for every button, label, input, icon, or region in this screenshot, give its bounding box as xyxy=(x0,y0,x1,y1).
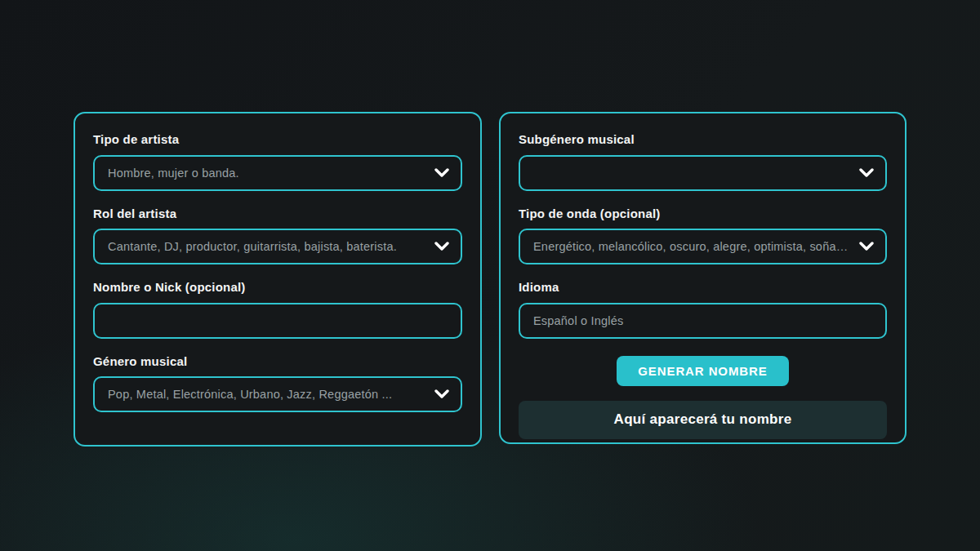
field-tipo-de-artista: Tipo de artista Hombre, mujer o banda. xyxy=(93,133,462,191)
nombre-nick-label: Nombre o Nick (opcional) xyxy=(93,281,462,295)
rol-del-artista-label: Rol del artista xyxy=(93,207,462,221)
subgenero-musical-select[interactable] xyxy=(519,155,887,191)
tipo-de-onda-select[interactable]: Energético, melancólico, oscuro, alegre,… xyxy=(519,229,887,264)
tipo-de-artista-label: Tipo de artista xyxy=(93,133,462,147)
idioma-label: Idioma xyxy=(519,281,887,295)
genero-musical-placeholder: Pop, Metal, Electrónica, Urbano, Jazz, R… xyxy=(108,388,392,401)
chevron-down-icon xyxy=(859,168,874,178)
idioma-input-wrap xyxy=(519,303,887,339)
generate-name-button[interactable]: GENERAR NOMBRE xyxy=(617,356,788,386)
tipo-de-onda-placeholder: Energético, melancólico, oscuro, alegre,… xyxy=(533,240,849,253)
chevron-down-icon xyxy=(434,168,449,178)
genero-musical-label: Género musical xyxy=(93,355,462,369)
idioma-input[interactable] xyxy=(533,314,872,327)
tipo-de-onda-label: Tipo de onda (opcional) xyxy=(519,207,887,221)
tipo-de-artista-placeholder: Hombre, mujer o banda. xyxy=(108,167,239,180)
subgenero-musical-label: Subgénero musical xyxy=(519,133,887,147)
rol-del-artista-placeholder: Cantante, DJ, productor, guitarrista, ba… xyxy=(108,240,397,253)
result-placeholder-text: Aquí aparecerá tu nombre xyxy=(614,411,792,428)
chevron-down-icon xyxy=(434,389,449,399)
field-nombre-nick: Nombre o Nick (opcional) xyxy=(93,281,462,339)
result-box: Aquí aparecerá tu nombre xyxy=(519,401,887,439)
chevron-down-icon xyxy=(434,242,449,251)
field-rol-del-artista: Rol del artista Cantante, DJ, productor,… xyxy=(93,207,462,265)
field-genero-musical: Género musical Pop, Metal, Electrónica, … xyxy=(93,355,462,413)
nombre-nick-input-wrap xyxy=(93,303,462,339)
field-tipo-de-onda: Tipo de onda (opcional) Energético, mela… xyxy=(519,207,887,265)
nombre-nick-input[interactable] xyxy=(108,314,448,327)
generator-panel: Subgénero musical Tipo de onda (opcional… xyxy=(499,112,906,444)
artist-details-panel: Tipo de artista Hombre, mujer o banda. R… xyxy=(74,112,482,447)
tipo-de-artista-select[interactable]: Hombre, mujer o banda. xyxy=(93,155,462,191)
genero-musical-select[interactable]: Pop, Metal, Electrónica, Urbano, Jazz, R… xyxy=(93,376,462,412)
chevron-down-icon xyxy=(859,242,874,251)
field-idioma: Idioma xyxy=(519,281,887,339)
rol-del-artista-select[interactable]: Cantante, DJ, productor, guitarrista, ba… xyxy=(93,229,462,264)
field-subgenero-musical: Subgénero musical xyxy=(519,133,887,191)
